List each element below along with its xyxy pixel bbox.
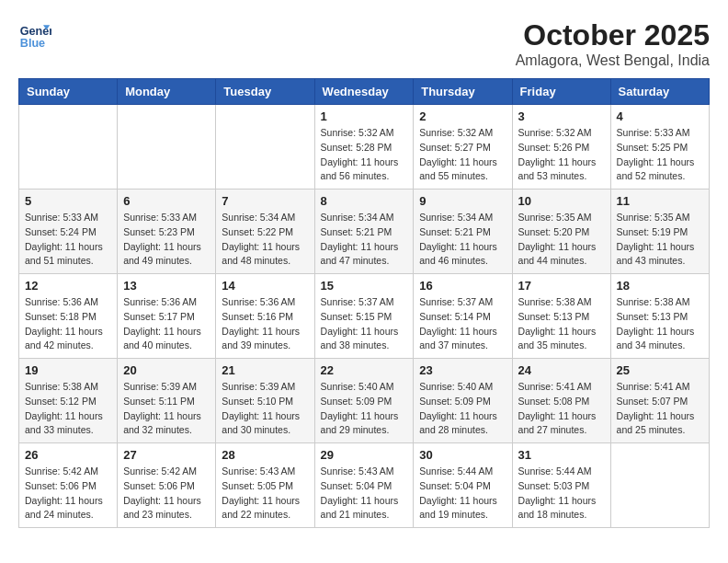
calendar-day-cell: 6Sunrise: 5:33 AMSunset: 5:23 PMDaylight… <box>118 190 216 274</box>
day-info: Sunrise: 5:39 AMSunset: 5:10 PMDaylight:… <box>222 380 308 438</box>
day-number: 3 <box>518 109 605 123</box>
calendar-day-cell: 22Sunrise: 5:40 AMSunset: 5:09 PMDayligh… <box>314 359 414 443</box>
day-number: 26 <box>25 448 111 462</box>
calendar-day-cell: 28Sunrise: 5:43 AMSunset: 5:05 PMDayligh… <box>216 443 314 528</box>
day-number: 20 <box>123 363 210 377</box>
calendar-day-cell: 18Sunrise: 5:38 AMSunset: 5:13 PMDayligh… <box>610 274 709 359</box>
calendar-day-cell: 10Sunrise: 5:35 AMSunset: 5:20 PMDayligh… <box>512 190 610 274</box>
weekday-header: Friday <box>512 79 610 105</box>
day-number: 2 <box>419 109 506 123</box>
calendar-day-cell: 20Sunrise: 5:39 AMSunset: 5:11 PMDayligh… <box>118 359 216 443</box>
day-number: 14 <box>222 279 308 293</box>
page-header: General Blue October 2025 Amlagora, West… <box>18 18 710 69</box>
weekday-header: Tuesday <box>216 79 314 105</box>
day-info: Sunrise: 5:41 AMSunset: 5:08 PMDaylight:… <box>518 380 605 438</box>
day-number: 16 <box>419 279 506 293</box>
calendar-day-cell: 3Sunrise: 5:32 AMSunset: 5:26 PMDaylight… <box>512 105 610 190</box>
weekday-header: Wednesday <box>314 79 414 105</box>
calendar-day-cell: 25Sunrise: 5:41 AMSunset: 5:07 PMDayligh… <box>610 359 709 443</box>
day-info: Sunrise: 5:42 AMSunset: 5:06 PMDaylight:… <box>25 465 111 523</box>
calendar-week-row: 12Sunrise: 5:36 AMSunset: 5:18 PMDayligh… <box>19 274 710 359</box>
day-info: Sunrise: 5:33 AMSunset: 5:25 PMDaylight:… <box>617 126 703 184</box>
calendar-day-cell: 30Sunrise: 5:44 AMSunset: 5:04 PMDayligh… <box>414 443 512 528</box>
logo-icon: General Blue <box>18 18 51 52</box>
weekday-header: Thursday <box>414 79 512 105</box>
day-number: 28 <box>222 448 308 462</box>
day-info: Sunrise: 5:34 AMSunset: 5:22 PMDaylight:… <box>222 211 308 269</box>
day-number: 25 <box>617 363 703 377</box>
calendar-day-cell: 5Sunrise: 5:33 AMSunset: 5:24 PMDaylight… <box>19 190 118 274</box>
calendar-day-cell: 15Sunrise: 5:37 AMSunset: 5:15 PMDayligh… <box>314 274 414 359</box>
day-number: 23 <box>419 363 506 377</box>
day-info: Sunrise: 5:40 AMSunset: 5:09 PMDaylight:… <box>321 380 408 438</box>
calendar-day-cell <box>19 105 118 190</box>
day-info: Sunrise: 5:38 AMSunset: 5:12 PMDaylight:… <box>25 380 111 438</box>
svg-text:Blue: Blue <box>20 37 45 50</box>
weekday-header: Sunday <box>19 79 118 105</box>
day-info: Sunrise: 5:44 AMSunset: 5:04 PMDaylight:… <box>419 465 506 523</box>
day-info: Sunrise: 5:41 AMSunset: 5:07 PMDaylight:… <box>617 380 703 438</box>
day-number: 21 <box>222 363 308 377</box>
day-info: Sunrise: 5:36 AMSunset: 5:17 PMDaylight:… <box>123 295 210 353</box>
calendar-day-cell: 16Sunrise: 5:37 AMSunset: 5:14 PMDayligh… <box>414 274 512 359</box>
weekday-header: Saturday <box>610 79 709 105</box>
title-section: October 2025 Amlagora, West Bengal, Indi… <box>516 18 710 69</box>
day-info: Sunrise: 5:40 AMSunset: 5:09 PMDaylight:… <box>419 380 506 438</box>
day-number: 31 <box>518 448 605 462</box>
logo: General Blue <box>18 18 51 52</box>
day-info: Sunrise: 5:33 AMSunset: 5:23 PMDaylight:… <box>123 211 210 269</box>
day-number: 6 <box>123 194 210 208</box>
calendar-day-cell: 26Sunrise: 5:42 AMSunset: 5:06 PMDayligh… <box>19 443 118 528</box>
day-number: 30 <box>419 448 506 462</box>
calendar-day-cell: 14Sunrise: 5:36 AMSunset: 5:16 PMDayligh… <box>216 274 314 359</box>
day-number: 15 <box>321 279 408 293</box>
day-number: 22 <box>321 363 408 377</box>
day-number: 10 <box>518 194 605 208</box>
day-number: 7 <box>222 194 308 208</box>
calendar-day-cell: 2Sunrise: 5:32 AMSunset: 5:27 PMDaylight… <box>414 105 512 190</box>
day-number: 1 <box>321 109 408 123</box>
calendar-day-cell: 1Sunrise: 5:32 AMSunset: 5:28 PMDaylight… <box>314 105 414 190</box>
calendar-week-row: 1Sunrise: 5:32 AMSunset: 5:28 PMDaylight… <box>19 105 710 190</box>
calendar-day-cell: 31Sunrise: 5:44 AMSunset: 5:03 PMDayligh… <box>512 443 610 528</box>
calendar-day-cell: 13Sunrise: 5:36 AMSunset: 5:17 PMDayligh… <box>118 274 216 359</box>
day-info: Sunrise: 5:33 AMSunset: 5:24 PMDaylight:… <box>25 211 111 269</box>
day-number: 9 <box>419 194 506 208</box>
day-info: Sunrise: 5:34 AMSunset: 5:21 PMDaylight:… <box>321 211 408 269</box>
day-number: 4 <box>617 109 703 123</box>
calendar-header-row: SundayMondayTuesdayWednesdayThursdayFrid… <box>19 79 710 105</box>
day-number: 13 <box>123 279 210 293</box>
calendar-day-cell: 8Sunrise: 5:34 AMSunset: 5:21 PMDaylight… <box>314 190 414 274</box>
day-info: Sunrise: 5:44 AMSunset: 5:03 PMDaylight:… <box>518 465 605 523</box>
calendar-table: SundayMondayTuesdayWednesdayThursdayFrid… <box>18 78 710 528</box>
day-info: Sunrise: 5:34 AMSunset: 5:21 PMDaylight:… <box>419 211 506 269</box>
day-info: Sunrise: 5:37 AMSunset: 5:14 PMDaylight:… <box>419 295 506 353</box>
day-info: Sunrise: 5:38 AMSunset: 5:13 PMDaylight:… <box>617 295 703 353</box>
day-number: 17 <box>518 279 605 293</box>
day-info: Sunrise: 5:35 AMSunset: 5:19 PMDaylight:… <box>617 211 703 269</box>
calendar-day-cell: 27Sunrise: 5:42 AMSunset: 5:06 PMDayligh… <box>118 443 216 528</box>
calendar-day-cell: 23Sunrise: 5:40 AMSunset: 5:09 PMDayligh… <box>414 359 512 443</box>
day-number: 11 <box>617 194 703 208</box>
day-info: Sunrise: 5:43 AMSunset: 5:04 PMDaylight:… <box>321 465 408 523</box>
day-info: Sunrise: 5:42 AMSunset: 5:06 PMDaylight:… <box>123 465 210 523</box>
calendar-day-cell <box>610 443 709 528</box>
calendar-day-cell: 7Sunrise: 5:34 AMSunset: 5:22 PMDaylight… <box>216 190 314 274</box>
day-info: Sunrise: 5:36 AMSunset: 5:16 PMDaylight:… <box>222 295 308 353</box>
day-info: Sunrise: 5:37 AMSunset: 5:15 PMDaylight:… <box>321 295 408 353</box>
calendar-day-cell: 9Sunrise: 5:34 AMSunset: 5:21 PMDaylight… <box>414 190 512 274</box>
day-number: 27 <box>123 448 210 462</box>
calendar-week-row: 19Sunrise: 5:38 AMSunset: 5:12 PMDayligh… <box>19 359 710 443</box>
calendar-day-cell: 12Sunrise: 5:36 AMSunset: 5:18 PMDayligh… <box>19 274 118 359</box>
calendar-week-row: 5Sunrise: 5:33 AMSunset: 5:24 PMDaylight… <box>19 190 710 274</box>
calendar-day-cell: 4Sunrise: 5:33 AMSunset: 5:25 PMDaylight… <box>610 105 709 190</box>
day-number: 29 <box>321 448 408 462</box>
calendar-day-cell: 19Sunrise: 5:38 AMSunset: 5:12 PMDayligh… <box>19 359 118 443</box>
day-info: Sunrise: 5:32 AMSunset: 5:28 PMDaylight:… <box>321 126 408 184</box>
day-number: 19 <box>25 363 111 377</box>
day-number: 8 <box>321 194 408 208</box>
calendar-day-cell: 17Sunrise: 5:38 AMSunset: 5:13 PMDayligh… <box>512 274 610 359</box>
day-info: Sunrise: 5:32 AMSunset: 5:27 PMDaylight:… <box>419 126 506 184</box>
calendar-day-cell: 24Sunrise: 5:41 AMSunset: 5:08 PMDayligh… <box>512 359 610 443</box>
day-number: 24 <box>518 363 605 377</box>
